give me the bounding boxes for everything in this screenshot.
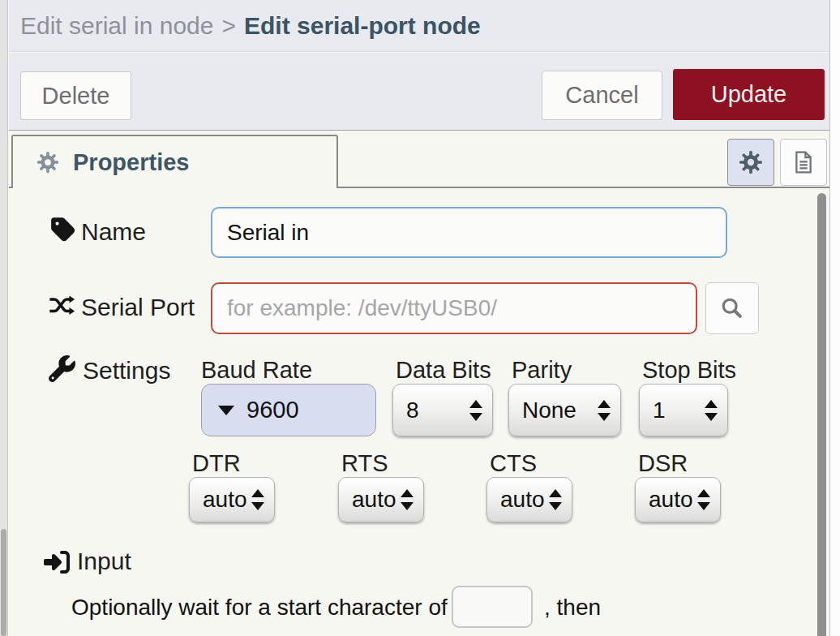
tab-properties-label: Properties — [73, 149, 189, 176]
stop-bits-select[interactable]: 1 — [639, 384, 728, 436]
dtr-value: auto — [203, 487, 247, 513]
rts-select[interactable]: auto — [338, 477, 424, 522]
select-arrows-icon — [598, 400, 611, 421]
document-icon — [791, 149, 816, 175]
left-scrollbar-thumb[interactable] — [1, 529, 6, 636]
cts-value: auto — [500, 487, 545, 513]
baud-rate-value: 9600 — [246, 397, 299, 423]
wrench-icon — [49, 355, 75, 382]
node-docs-button[interactable] — [780, 139, 827, 186]
breadcrumb-separator: > — [221, 12, 236, 40]
edit-serial-port-dialog: Edit serial in node > Edit serial-port n… — [0, 0, 840, 636]
vertical-scrollbar-thumb[interactable] — [817, 193, 826, 636]
data-bits-value: 8 — [406, 398, 419, 423]
start-character-input[interactable] — [452, 586, 533, 628]
then-text: , then — [544, 595, 601, 621]
parity-value: None — [522, 398, 576, 423]
select-arrows-icon — [251, 489, 264, 510]
tag-icon — [49, 216, 77, 243]
right-panel-edge — [829, 0, 840, 636]
delete-button[interactable]: Delete — [20, 71, 131, 120]
input-section-label: Input — [77, 548, 131, 575]
name-input[interactable] — [211, 207, 727, 258]
left-panel-edge — [0, 0, 8, 636]
search-icon — [718, 294, 746, 322]
rts-label: RTS — [341, 450, 388, 477]
gear-icon — [36, 150, 60, 174]
cts-label: CTS — [490, 450, 537, 477]
dialog-toolbar: Delete Cancel Update — [9, 53, 829, 131]
select-arrows-icon — [705, 400, 718, 421]
dialog-content: Properties — [9, 131, 829, 636]
sign-in-icon — [42, 549, 71, 575]
shuffle-icon — [46, 292, 77, 318]
gear-icon — [738, 149, 764, 175]
baud-rate-select[interactable]: 9600 — [201, 384, 376, 436]
dialog-header: Edit serial in node > Edit serial-port n… — [9, 0, 829, 52]
select-arrows-icon — [469, 400, 482, 421]
wait-start-char-text: Optionally wait for a start character of — [71, 595, 448, 621]
parity-label: Parity — [512, 357, 572, 384]
data-bits-select[interactable]: 8 — [392, 384, 493, 436]
baud-rate-label: Baud Rate — [201, 357, 312, 384]
select-arrows-icon — [401, 489, 414, 510]
node-settings-button[interactable] — [727, 139, 774, 186]
serial-port-label: Serial Port — [81, 294, 195, 321]
dsr-label: DSR — [638, 450, 688, 477]
dtr-select[interactable]: auto — [189, 477, 275, 522]
name-label: Name — [81, 218, 146, 246]
tab-bar: Properties — [9, 131, 829, 188]
select-arrows-icon — [549, 489, 562, 510]
stop-bits-value: 1 — [653, 398, 666, 423]
dtr-label: DTR — [192, 450, 241, 477]
settings-label: Settings — [83, 357, 170, 385]
data-bits-label: Data Bits — [396, 357, 491, 384]
update-button[interactable]: Update — [673, 69, 825, 120]
dsr-value: auto — [649, 487, 693, 513]
breadcrumb-parent[interactable]: Edit serial in node — [20, 12, 213, 40]
tab-properties[interactable]: Properties — [11, 135, 338, 188]
rts-value: auto — [352, 487, 396, 513]
serial-port-input[interactable] — [211, 282, 697, 334]
parity-select[interactable]: None — [508, 384, 621, 436]
breadcrumb-current: Edit serial-port node — [244, 12, 481, 40]
cts-select[interactable]: auto — [486, 477, 572, 522]
dsr-select[interactable]: auto — [635, 477, 721, 522]
cancel-button[interactable]: Cancel — [542, 71, 662, 120]
chevron-down-icon — [218, 406, 234, 415]
serial-port-lookup-button[interactable] — [705, 282, 759, 334]
stop-bits-label: Stop Bits — [642, 357, 736, 384]
select-arrows-icon — [697, 489, 710, 510]
